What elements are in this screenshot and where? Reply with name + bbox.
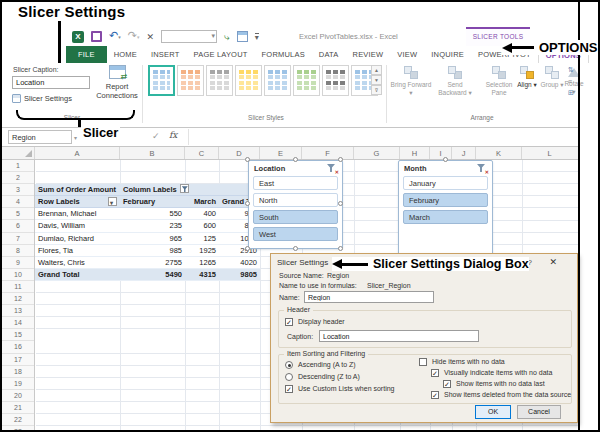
use-custom-lists-checkbox[interactable]: ✓ xyxy=(285,385,293,393)
row-header[interactable]: 8 xyxy=(2,245,34,257)
pivot-cell[interactable]: 550 xyxy=(120,208,185,220)
pivot-header-cell[interactable]: March xyxy=(185,196,219,208)
selection-handle[interactable] xyxy=(338,246,343,251)
slicer-item-north[interactable]: North xyxy=(253,193,338,207)
pivot-cell[interactable]: 4020 xyxy=(219,257,260,269)
column-header[interactable]: G xyxy=(354,147,400,159)
slicer-settings-button[interactable]: Slicer Settings xyxy=(12,94,72,103)
column-header[interactable]: B xyxy=(120,147,185,159)
selection-handle[interactable] xyxy=(293,157,298,162)
pivot-cell[interactable]: Flores, Tia xyxy=(35,245,120,257)
gallery-more-button[interactable]: ⊽ xyxy=(371,85,382,95)
show-no-data-last-checkbox[interactable]: ✓ xyxy=(443,380,451,388)
report-connections-button[interactable]: Report Connections xyxy=(94,65,140,101)
ascending-radio[interactable] xyxy=(285,361,293,369)
row-header[interactable]: 13 xyxy=(2,305,34,317)
row-header[interactable]: 4 xyxy=(2,196,34,208)
column-header[interactable]: K xyxy=(476,147,522,159)
row-header[interactable]: 19 xyxy=(2,378,34,390)
pivot-grand-total-cell[interactable]: Grand Total xyxy=(35,269,120,281)
pivot-title-cell[interactable]: Sum of Order Amount xyxy=(35,184,120,196)
column-header[interactable]: J xyxy=(452,147,476,159)
name-box[interactable]: Region xyxy=(8,130,72,144)
name-combobox[interactable] xyxy=(161,30,217,43)
cancel-button[interactable]: Cancel xyxy=(517,405,561,419)
selection-handle[interactable] xyxy=(245,201,250,206)
slicer-caption-input[interactable] xyxy=(12,76,90,89)
descending-radio[interactable] xyxy=(285,373,293,381)
show-deleted-checkbox[interactable]: ✓ xyxy=(431,391,439,399)
selection-handle[interactable] xyxy=(245,157,250,162)
row-header[interactable]: 22 xyxy=(2,414,34,426)
clear-filter-icon[interactable] xyxy=(477,164,487,173)
slicer-style-thumb[interactable] xyxy=(206,65,233,96)
selection-handle[interactable] xyxy=(293,246,298,251)
dropdown-filter-icon[interactable] xyxy=(108,197,117,206)
pivot-cell[interactable]: 125 xyxy=(185,233,219,245)
slicer-style-thumb-selected[interactable] xyxy=(148,65,175,96)
filter-applied-icon[interactable] xyxy=(180,184,189,193)
row-header[interactable]: 14 xyxy=(2,317,34,329)
pivot-cell[interactable]: Brennan, Michael xyxy=(35,208,120,220)
row-header[interactable]: 16 xyxy=(2,341,34,353)
row-header[interactable]: 10 xyxy=(2,269,34,281)
pivot-cell[interactable]: 600 xyxy=(185,220,219,232)
pivot-cell[interactable]: 235 xyxy=(120,220,185,232)
tab-view[interactable]: VIEW xyxy=(390,46,424,63)
visually-indicate-checkbox[interactable]: ✓ xyxy=(431,369,439,377)
selection-handle[interactable] xyxy=(338,157,343,162)
cancel-icon[interactable]: ✕ xyxy=(146,32,154,42)
pivot-cell[interactable]: Davis, William xyxy=(35,220,120,232)
pivot-cell[interactable]: 1925 xyxy=(185,245,219,257)
pivot-cell[interactable]: 985 xyxy=(120,245,185,257)
save-icon[interactable] xyxy=(91,31,102,42)
row-header[interactable]: 18 xyxy=(2,366,34,378)
row-header[interactable]: 2 xyxy=(2,172,34,184)
tab-home[interactable]: HOME xyxy=(107,46,144,63)
pivot-grand-total-cell[interactable]: 4315 xyxy=(185,269,219,281)
row-header[interactable]: 1 xyxy=(2,160,34,172)
pivot-cell[interactable]: Dumlao, Richard xyxy=(35,233,120,245)
slicer-style-thumb[interactable] xyxy=(264,65,291,96)
display-header-checkbox[interactable]: ✓ xyxy=(285,318,293,326)
slicer-item-february[interactable]: February xyxy=(403,193,488,207)
bring-forward-button[interactable]: Bring Forward ▾ xyxy=(390,66,432,97)
tab-review[interactable]: REVIEW xyxy=(346,46,391,63)
slicer-item-east[interactable]: East xyxy=(253,176,338,190)
tab-page-layout[interactable]: PAGE LAYOUT xyxy=(187,46,255,63)
slicer-style-thumb[interactable] xyxy=(177,65,204,96)
row-header[interactable]: 12 xyxy=(2,293,34,305)
slicer-style-thumb[interactable] xyxy=(322,65,349,96)
enter-icon[interactable]: ✓ xyxy=(152,131,160,141)
row-header[interactable]: 6 xyxy=(2,220,34,232)
row-header[interactable]: 20 xyxy=(2,390,34,402)
pivot-cell[interactable]: Walters, Chris xyxy=(35,257,120,269)
row-header[interactable]: 5 xyxy=(2,208,34,220)
column-header[interactable]: F xyxy=(302,147,354,159)
pivot-header-cell[interactable]: February xyxy=(120,196,185,208)
customize-toolbar-icon[interactable]: ▾ xyxy=(255,33,259,41)
selection-handle[interactable] xyxy=(245,246,250,251)
ok-button[interactable]: OK xyxy=(475,405,511,419)
slicer-style-thumb[interactable] xyxy=(293,65,320,96)
formula-input[interactable] xyxy=(188,129,576,145)
caption-input[interactable] xyxy=(319,330,479,342)
column-header[interactable]: I xyxy=(430,147,452,159)
clear-filter-icon[interactable] xyxy=(327,164,337,173)
name-box-dropdown-icon[interactable]: ▾ xyxy=(74,134,77,141)
column-header[interactable]: D xyxy=(219,147,260,159)
gallery-scroll-up[interactable]: ▲ xyxy=(371,65,382,75)
pivot-grand-total-cell[interactable]: 5490 xyxy=(120,269,185,281)
pivot-cell[interactable]: 1265 xyxy=(185,257,219,269)
insert-function-icon[interactable]: fx xyxy=(169,130,177,140)
close-icon[interactable]: ✕ xyxy=(549,257,557,267)
row-header[interactable]: 21 xyxy=(2,402,34,414)
tab-inquire[interactable]: INQUIRE xyxy=(424,46,471,63)
row-header[interactable]: 11 xyxy=(2,281,34,293)
pivot-cell[interactable]: 965 xyxy=(120,233,185,245)
pivot-row-labels-cell[interactable]: Row Labels xyxy=(35,196,120,208)
align-button[interactable]: Align ▾ xyxy=(514,66,540,89)
tab-file[interactable]: FILE xyxy=(66,46,107,63)
table-preview-icon[interactable] xyxy=(237,31,248,42)
slicer-style-thumb[interactable] xyxy=(235,65,262,96)
